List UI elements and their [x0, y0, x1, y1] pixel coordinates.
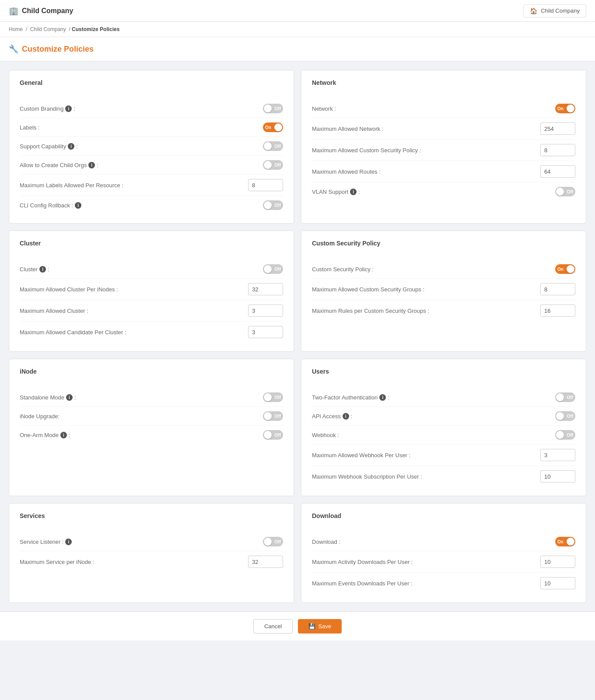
download-toggle[interactable]: On [555, 537, 575, 546]
standalone-mode-info-icon[interactable]: i [66, 394, 73, 401]
webhook-label: Webhook : [312, 432, 339, 438]
max-allowed-routes-input[interactable] [540, 165, 575, 178]
save-label: Save [318, 623, 331, 630]
labels-toggle[interactable]: On [263, 122, 283, 132]
max-webhook-subscription-per-user-input[interactable] [540, 470, 575, 483]
custom-branding-label: Custom Branding i : [20, 105, 75, 112]
two-factor-auth-toggle[interactable]: Off [555, 392, 575, 402]
max-activity-downloads-per-user-label: Maximum Activity Downloads Per User : [312, 559, 413, 565]
api-access-toggle[interactable]: Off [555, 411, 575, 421]
api-access-info-icon[interactable]: i [343, 413, 349, 420]
cli-config-rollback-row: CLI Config Rollback : i Off [20, 196, 283, 214]
service-listener-info-icon[interactable]: i [65, 539, 72, 545]
cluster-toggle[interactable]: Off [263, 264, 283, 274]
max-allowed-network-input[interactable] [540, 122, 575, 135]
max-labels-per-resource-input[interactable] [248, 179, 283, 191]
app-title: Child Company [22, 7, 73, 15]
webhook-toggle[interactable]: Off [555, 430, 575, 440]
cluster-info-icon[interactable]: i [39, 266, 46, 273]
max-cluster-per-inodes-input[interactable] [248, 283, 283, 295]
allow-child-orgs-row: Allow to Create Child Orgs i : Off [20, 156, 283, 175]
max-webhook-per-user-input[interactable] [540, 449, 575, 461]
cli-config-rollback-toggle-container: Off [263, 200, 283, 210]
services-title: Services [20, 512, 283, 524]
max-rules-per-security-groups-input[interactable] [540, 304, 575, 317]
max-allowed-routes-row: Maximum Allowed Routes : [312, 161, 575, 182]
breadcrumb-current: Customize Policies [72, 26, 119, 32]
one-arm-mode-row: One-Arm Mode i : Off [20, 426, 283, 444]
max-service-per-inode-row: Maximum Service per iNode : [20, 551, 283, 572]
max-allowed-custom-security-policy-label: Maximum Allowed Custom Security Policy : [312, 147, 421, 154]
one-arm-mode-label: One-Arm Mode i : [20, 432, 70, 438]
services-card: Services Service Listener : i Off Maximu… [9, 503, 294, 603]
service-listener-toggle[interactable]: Off [263, 537, 283, 546]
breadcrumb-parent[interactable]: Child Company [30, 26, 66, 32]
webhook-row: Webhook : Off [312, 426, 575, 444]
building-icon: 🏢 [9, 6, 18, 16]
max-allowed-network-row: Maximum Allowed Network : [312, 118, 575, 140]
max-service-per-inode-label: Maximum Service per iNode : [20, 559, 94, 565]
one-arm-mode-info-icon[interactable]: i [60, 432, 67, 438]
max-activity-downloads-per-user-input[interactable] [540, 556, 575, 568]
inode-card: iNode Standalone Mode i : Off iNode Upgr… [9, 359, 294, 496]
allow-child-orgs-label: Allow to Create Child Orgs i : [20, 162, 98, 168]
network-toggle[interactable]: On [555, 104, 575, 113]
max-candidate-per-cluster-row: Maximum Allowed Candidate Per Cluster : [20, 322, 283, 343]
page-title: Customize Policies [22, 45, 94, 54]
max-allowed-routes-label: Maximum Allowed Routes : [312, 168, 381, 175]
max-allowed-cluster-input[interactable] [248, 304, 283, 317]
two-factor-auth-row: Two-Factor Authentication i : Off [312, 388, 575, 407]
breadcrumb-home[interactable]: Home [9, 26, 23, 32]
save-button[interactable]: 💾 Save [298, 619, 342, 634]
api-access-label: API Access i : [312, 413, 352, 420]
custom-security-policy-toggle[interactable]: On [555, 264, 575, 274]
max-cluster-per-inodes-row: Maximum Allowed Cluster Per iNodes : [20, 279, 283, 300]
cli-config-rollback-label: CLI Config Rollback : i [20, 202, 81, 209]
vlan-support-toggle[interactable]: Off [555, 187, 575, 196]
max-webhook-per-user-row: Maximum Allowed Webhook Per User : [312, 444, 575, 466]
inode-upgrade-toggle[interactable]: Off [263, 411, 283, 421]
cli-config-rollback-info-icon[interactable]: i [75, 202, 81, 209]
max-events-downloads-per-user-input[interactable] [540, 577, 575, 589]
max-allowed-custom-security-policy-input[interactable] [540, 144, 575, 156]
two-factor-auth-info-icon[interactable]: i [379, 394, 386, 401]
two-factor-auth-toggle-container: Off [555, 392, 575, 402]
max-custom-security-groups-input[interactable] [540, 283, 575, 295]
max-rules-per-security-groups-label: Maximum Rules per Custom Security Groups… [312, 308, 429, 314]
network-title: Network [312, 79, 575, 91]
two-factor-auth-label: Two-Factor Authentication i : [312, 394, 389, 401]
one-arm-mode-toggle[interactable]: Off [263, 430, 283, 440]
vlan-support-info-icon[interactable]: i [350, 189, 357, 195]
cli-config-rollback-toggle[interactable]: Off [263, 200, 283, 210]
standalone-mode-toggle[interactable]: Off [263, 392, 283, 402]
wrench-icon: 🔧 [9, 44, 18, 54]
allow-child-orgs-info-icon[interactable]: i [88, 162, 95, 168]
max-allowed-cluster-row: Maximum Allowed Cluster : [20, 300, 283, 322]
download-card: Download Download : On Maximum Activity … [301, 503, 586, 603]
service-listener-row: Service Listener : i Off [20, 532, 283, 551]
custom-branding-info-icon[interactable]: i [65, 105, 72, 112]
cluster-toggle-container: Off [263, 264, 283, 274]
max-webhook-subscription-per-user-label: Maximum Webhook Subscription Per User : [312, 473, 422, 480]
company-switcher[interactable]: 🏠 Child Company [523, 4, 586, 18]
network-label: Network : [312, 105, 336, 112]
custom-security-policy-title: Custom Security Policy [312, 240, 575, 251]
home-icon: 🏠 [530, 7, 537, 14]
allow-child-orgs-toggle[interactable]: Off [263, 160, 283, 170]
inode-upgrade-row: iNode Upgrade: Off [20, 407, 283, 426]
custom-branding-toggle[interactable]: Off [263, 104, 283, 113]
max-webhook-per-user-label: Maximum Allowed Webhook Per User : [312, 452, 410, 458]
cancel-button[interactable]: Cancel [253, 619, 293, 634]
one-arm-mode-toggle-container: Off [263, 430, 283, 440]
support-capability-info-icon[interactable]: i [68, 143, 74, 150]
support-capability-label: Support Capability i : [20, 143, 78, 150]
network-toggle-row: Network : On [312, 99, 575, 118]
general-title: General [20, 79, 283, 91]
webhook-toggle-container: Off [555, 430, 575, 440]
max-service-per-inode-input[interactable] [248, 556, 283, 568]
max-rules-per-security-groups-row: Maximum Rules per Custom Security Groups… [312, 300, 575, 321]
custom-branding-toggle-container: Off [263, 104, 283, 113]
labels-label: Labels : [20, 124, 40, 131]
max-candidate-per-cluster-input[interactable] [248, 326, 283, 338]
support-capability-toggle[interactable]: Off [263, 141, 283, 151]
